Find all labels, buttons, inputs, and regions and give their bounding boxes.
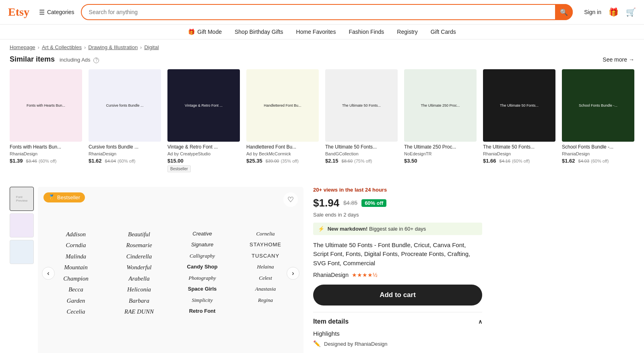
gift-icon-button[interactable]: 🎁	[609, 7, 619, 17]
card-orig-price: $4.16	[500, 159, 511, 163]
font-preview-cell: Cornelia	[237, 229, 294, 240]
shop-row: RhaniaDesign ★★★★½	[313, 272, 482, 278]
card-price-row: $3.50	[404, 156, 477, 164]
card-price: $1.39	[10, 158, 23, 164]
font-preview-cell: Wonderful	[111, 262, 167, 273]
card-shop: RhaniaDesign	[562, 151, 634, 156]
font-preview-cell: Champion	[47, 274, 104, 284]
nav-item-fashion-finds[interactable]: Fashion Finds	[349, 29, 384, 35]
nav-item-registry[interactable]: Registry	[397, 29, 417, 35]
font-preview-cell: TUSCANY	[237, 252, 294, 262]
breadcrumb-homepage[interactable]: Homepage	[10, 44, 35, 50]
font-preview-cell: Heliconia	[111, 285, 167, 295]
font-preview-cell	[237, 307, 294, 317]
similar-subtitle: including Ads	[60, 57, 91, 63]
card-price-row: $1.39$3.46(60% off)	[10, 156, 82, 164]
font-preview-cell: Creative	[174, 229, 231, 240]
card-orig-price: $4.03	[578, 159, 590, 163]
categories-button[interactable]: ☰ Categories	[39, 8, 74, 16]
price-row: $1.94 $4.85 60% off	[313, 197, 482, 209]
search-icon: 🔍	[560, 8, 568, 16]
search-input[interactable]	[81, 4, 573, 20]
font-preview-cell: Regina	[237, 296, 294, 306]
similar-card[interactable]: The Ultimate 250 Proc...The Ultimate 250…	[404, 69, 477, 172]
card-discount: (35% off)	[281, 159, 298, 163]
main-product-image: AddisonBeautifulCreativeCorneliaCorndiaR…	[38, 187, 303, 353]
add-to-cart-button[interactable]: Add to cart	[313, 285, 482, 306]
highlight-designed-by: ✏️ Designed by RhaniaDesign	[313, 340, 482, 347]
similar-title: Similar items	[10, 55, 55, 63]
nav-item-shop-birthday[interactable]: Shop Birthday Gifts	[235, 29, 283, 35]
card-title: Vintage & Retro Font ...	[167, 144, 240, 151]
card-shop: Ad by BeckMcCormick	[246, 151, 319, 156]
card-orig-price: $39.00	[266, 159, 279, 163]
similar-card[interactable]: School Fonts Bundle -...School Fonts Bun…	[562, 69, 634, 172]
gallery-thumb-3[interactable]	[10, 240, 34, 264]
breadcrumb-art[interactable]: Art & Collectibles	[42, 44, 82, 50]
font-preview-cell: RAE DUNN	[111, 307, 167, 317]
card-discount: (60% off)	[118, 159, 135, 163]
nav-item-gift-cards[interactable]: Gift Cards	[431, 29, 456, 35]
nav-item-home-favorites[interactable]: Home Favorites	[296, 29, 336, 35]
wishlist-button[interactable]: ♡	[283, 192, 298, 207]
item-details-toggle[interactable]: Item details ∧	[313, 318, 482, 325]
breadcrumb-digital[interactable]: Digital	[144, 44, 159, 50]
card-shop: RhaniaDesign	[10, 151, 82, 156]
breadcrumb-drawing[interactable]: Drawing & Illustration	[88, 44, 138, 50]
sign-in-button[interactable]: Sign in	[584, 9, 601, 15]
nav-item-gift-mode[interactable]: 🎁 Gift Mode	[188, 29, 222, 35]
card-title: The Ultimate 50 Fonts...	[483, 144, 555, 151]
highlights-section: Highlights ✏️ Designed by RhaniaDesign	[313, 330, 482, 347]
product-title: The Ultimate 50 Fonts - Font Bundle, Cri…	[313, 241, 482, 268]
card-title: The Ultimate 50 Fonts...	[325, 144, 398, 151]
prev-image-button[interactable]: ‹	[42, 267, 55, 280]
font-preview-cell: Addison	[47, 229, 104, 240]
font-preview-cell: Anastasia	[237, 285, 294, 295]
card-price: $25.35	[246, 158, 262, 164]
original-price: $4.85	[343, 200, 357, 206]
gift-mode-icon: 🎁	[188, 29, 195, 35]
similar-card[interactable]: Vintage & Retro Font ...Vintage & Retro …	[167, 69, 240, 172]
gallery-thumb-1[interactable]: FontPreview	[10, 187, 34, 211]
card-orig-price: $3.46	[26, 159, 37, 163]
info-icon[interactable]: ?	[93, 58, 99, 63]
font-preview-cell: Garden	[47, 296, 104, 306]
font-preview-cell: Signature	[174, 240, 231, 251]
gallery-thumbnails: FontPreview	[10, 187, 34, 353]
similar-card[interactable]: Cursive fonts Bundle ...Cursive fonts Bu…	[89, 69, 161, 172]
main-product: FontPreview AddisonBeautifulCreativeCorn…	[0, 180, 644, 353]
see-more-link[interactable]: See more →	[603, 56, 634, 63]
similar-items-section: Similar items including Ads ? See more →…	[0, 55, 644, 180]
designed-by-text: Designed by RhaniaDesign	[324, 341, 388, 347]
cart-icon-button[interactable]: 🛒	[626, 7, 636, 17]
etsy-logo[interactable]: Etsy	[8, 6, 29, 19]
header: Etsy ☰ Categories 🔍 Sign in 🎁 🛒	[0, 0, 644, 25]
medal-icon: 🏅	[48, 194, 55, 200]
next-image-button[interactable]: ›	[287, 267, 299, 280]
search-button[interactable]: 🔍	[555, 4, 573, 20]
shop-name[interactable]: RhaniaDesign	[313, 272, 349, 278]
similar-card[interactable]: Handlettered Font Bu...Handlettered Font…	[246, 69, 319, 172]
gallery-thumb-2[interactable]	[10, 213, 34, 237]
views-badge: 20+ views in the last 24 hours	[313, 187, 482, 193]
similar-card[interactable]: The Ultimate 50 Fonts...The Ultimate 50 …	[325, 69, 398, 172]
highlights-title: Highlights	[313, 330, 482, 337]
font-preview: AddisonBeautifulCreativeCorneliaCorndiaR…	[38, 223, 303, 324]
similar-card[interactable]: Fonts with Hearts Bun...Fonts with Heart…	[10, 69, 82, 172]
markdown-banner: ⚡ New markdown! Biggest sale in 60+ days	[313, 223, 482, 235]
font-preview-cell: Simplicity	[174, 296, 231, 306]
font-preview-cell: Cinderella	[111, 252, 167, 262]
card-price: $1.62	[89, 158, 102, 164]
card-price-row: $1.66$4.16(60% off)	[483, 156, 555, 164]
font-preview-cell: Retro Font	[174, 307, 231, 317]
similar-card[interactable]: The Ultimate 50 Fonts...The Ultimate 50 …	[483, 69, 555, 172]
card-title: Cursive fonts Bundle ...	[89, 144, 161, 151]
card-price: $1.66	[483, 158, 496, 164]
font-preview-cell: Candy Shop	[174, 262, 231, 273]
card-title: Fonts with Hearts Bun...	[10, 144, 82, 151]
product-gallery: FontPreview AddisonBeautifulCreativeCorn…	[10, 187, 303, 353]
card-discount: (60% off)	[39, 159, 56, 163]
item-details-section: Item details ∧	[313, 312, 482, 325]
font-preview-cell: Helaina	[237, 262, 294, 273]
card-discount: (60% off)	[512, 159, 530, 163]
